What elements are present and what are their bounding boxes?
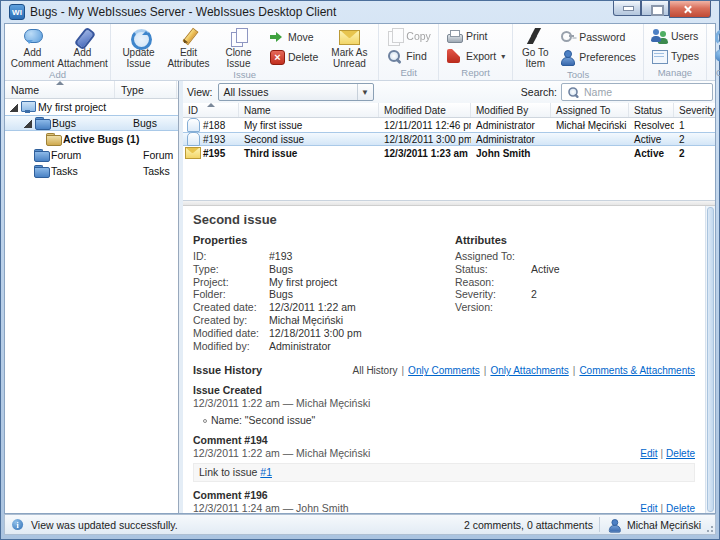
export-pdf-icon bbox=[446, 48, 462, 64]
lightning-icon bbox=[524, 27, 546, 47]
app-icon: WI bbox=[9, 4, 25, 20]
projects-tree-panel: Name Type My first project Bugs Bugs Act… bbox=[5, 81, 179, 513]
print-button[interactable]: Print bbox=[442, 27, 509, 45]
unread-envelope-icon bbox=[338, 27, 360, 47]
sort-ascending-icon bbox=[56, 81, 64, 85]
tree-column-name[interactable]: Name bbox=[5, 81, 115, 98]
tree-column-type[interactable]: Type bbox=[115, 81, 177, 98]
issue-link[interactable]: #1 bbox=[260, 466, 272, 478]
search-label: Search: bbox=[521, 86, 557, 98]
column-name[interactable]: Name bbox=[239, 103, 379, 117]
view-folder-icon bbox=[45, 131, 61, 147]
entry-title: Comment #196 bbox=[193, 489, 695, 502]
search-box bbox=[561, 83, 713, 101]
close-connection-button[interactable]: Close bbox=[710, 27, 720, 45]
users-icon bbox=[651, 28, 667, 44]
edit-attributes-button[interactable]: Edit Attributes bbox=[164, 25, 213, 69]
toolbar-group-manage: Users Types Manage bbox=[644, 24, 707, 80]
group-label-report: Report bbox=[442, 67, 509, 80]
folder-icon bbox=[33, 163, 49, 179]
entry-body: Name: "Second issue" bbox=[193, 413, 695, 427]
tree-item-active-bugs[interactable]: Active Bugs (1) bbox=[5, 131, 178, 147]
toolbar-group-tools: Go To Item Password Preferences Tools bbox=[513, 24, 644, 80]
toolbar-group-edit: Copy Find Edit bbox=[379, 24, 439, 80]
preferences-button[interactable]: Preferences bbox=[555, 48, 640, 66]
scrollbar-thumb[interactable] bbox=[707, 207, 714, 512]
column-id[interactable]: ID bbox=[183, 103, 239, 117]
password-button[interactable]: Password bbox=[555, 28, 640, 46]
status-message: View was updated successfully. bbox=[31, 519, 178, 531]
title-bar[interactable]: WI Bugs - My WebIssues Server - WebIssue… bbox=[1, 1, 719, 23]
info-icon bbox=[714, 48, 720, 64]
column-status[interactable]: Status bbox=[629, 103, 674, 117]
status-separator bbox=[599, 517, 600, 532]
group-label-tools: Tools bbox=[516, 69, 640, 81]
go-to-item-button[interactable]: Go To Item bbox=[516, 25, 554, 69]
unread-envelope-icon bbox=[185, 145, 201, 161]
preferences-person-icon bbox=[559, 49, 575, 65]
toolbar-group-connection: Close Details Connection bbox=[707, 24, 720, 80]
entry-title: Issue Created bbox=[193, 384, 695, 397]
move-button[interactable]: Move bbox=[264, 28, 322, 46]
dropdown-arrow-icon: ▾ bbox=[501, 52, 505, 61]
update-issue-button[interactable]: Update Issue bbox=[114, 25, 163, 69]
expander-icon[interactable] bbox=[9, 103, 18, 112]
group-label-add: Add bbox=[8, 69, 107, 81]
status-user[interactable]: Michał Męciński bbox=[606, 517, 715, 533]
entry-meta: 12/3/2011 1:22 am — Michał Męciński bbox=[193, 397, 370, 410]
group-label-issue: Issue bbox=[114, 69, 375, 81]
view-combobox[interactable]: All Issues ▼ bbox=[218, 83, 374, 101]
tree-item-bugs[interactable]: Bugs Bugs bbox=[5, 115, 178, 131]
search-input[interactable] bbox=[584, 86, 709, 98]
issue-row[interactable]: #188 My first issue 12/11/2011 12:46 pm … bbox=[183, 118, 715, 132]
entry-meta: 12/3/2011 1:24 am — John Smith bbox=[193, 502, 349, 513]
column-assigned-to[interactable]: Assigned To bbox=[551, 103, 629, 117]
issue-details-pane: Second issue Properties ID:#193 Type:Bug… bbox=[183, 206, 715, 513]
find-button[interactable]: Find bbox=[382, 47, 435, 65]
status-bar: View was updated successfully. 2 comment… bbox=[4, 514, 716, 535]
filter-comments-attachments[interactable]: Comments & Attachments bbox=[579, 364, 695, 377]
print-icon bbox=[446, 28, 462, 44]
sort-ascending-icon bbox=[207, 103, 215, 107]
delete-link[interactable]: Delete bbox=[666, 503, 695, 513]
minimize-button[interactable] bbox=[613, 1, 641, 16]
delete-link[interactable]: Delete bbox=[666, 448, 695, 459]
attributes-section: Attributes Assigned To: Status:Active Re… bbox=[455, 234, 675, 314]
attributes-heading: Attributes bbox=[455, 234, 675, 247]
resize-grip-icon[interactable] bbox=[704, 523, 714, 533]
delete-button[interactable]: Delete bbox=[264, 48, 322, 66]
details-scrollbar[interactable] bbox=[705, 206, 715, 513]
maximize-button[interactable] bbox=[641, 1, 669, 16]
export-button[interactable]: Export ▾ bbox=[442, 47, 509, 65]
copy-button[interactable]: Copy bbox=[382, 27, 435, 45]
add-attachment-button[interactable]: Add Attachment bbox=[58, 25, 107, 69]
expander-icon[interactable] bbox=[23, 119, 32, 128]
filter-only-comments[interactable]: Only Comments bbox=[408, 364, 486, 377]
column-modified-by[interactable]: Modified By bbox=[471, 103, 551, 117]
types-button[interactable]: Types bbox=[647, 47, 703, 65]
close-button[interactable] bbox=[669, 1, 711, 18]
clone-issue-button[interactable]: Clone Issue bbox=[214, 25, 263, 69]
mark-as-unread-button[interactable]: Mark As Unread bbox=[323, 25, 375, 69]
filter-all-history[interactable]: All History bbox=[352, 364, 404, 377]
edit-link[interactable]: Edit bbox=[640, 448, 657, 459]
tree-item-project[interactable]: My first project bbox=[5, 99, 178, 115]
issue-row-unread[interactable]: #195 Third issue 12/3/2011 1:23 am John … bbox=[183, 146, 715, 160]
copy-icon bbox=[386, 28, 402, 44]
column-modified-date[interactable]: Modified Date bbox=[379, 103, 471, 117]
tree-item-forum[interactable]: Forum Forum bbox=[5, 147, 178, 163]
add-comment-button[interactable]: Add Comment bbox=[8, 25, 57, 69]
issue-list-header: ID Name Modified Date Modified By Assign… bbox=[183, 103, 715, 118]
attachment-icon bbox=[72, 27, 94, 47]
tree-item-tasks[interactable]: Tasks Tasks bbox=[5, 163, 178, 179]
column-severity[interactable]: Severity bbox=[674, 103, 715, 117]
tree-header: Name Type bbox=[5, 81, 178, 99]
issue-history-header: Issue History All History Only Comments … bbox=[193, 364, 695, 377]
folder-icon bbox=[34, 115, 50, 131]
types-icon bbox=[651, 48, 667, 64]
issue-row-selected[interactable]: #193 Second issue 12/18/2011 3:00 pm Adm… bbox=[183, 132, 715, 146]
filter-only-attachments[interactable]: Only Attachments bbox=[490, 364, 575, 377]
edit-link[interactable]: Edit bbox=[640, 503, 657, 513]
users-button[interactable]: Users bbox=[647, 27, 703, 45]
details-button[interactable]: Details bbox=[710, 47, 720, 65]
